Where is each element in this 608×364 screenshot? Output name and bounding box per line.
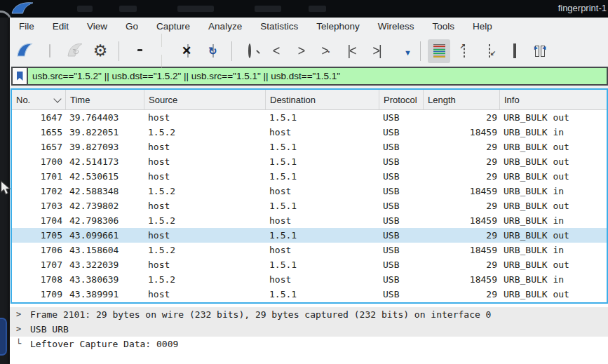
packet-list-body: 164739.764403host1.5.1USB29URB_BULK out1… — [12, 110, 607, 302]
packet-row-selected[interactable]: 170543.099661host1.5.1USB29URB_BULK out — [12, 228, 607, 243]
packet-row[interactable]: 165539.8220511.5.2hostUSB18459URB_BULK i… — [12, 125, 607, 140]
zoom-out-button[interactable]: ↙ — [478, 39, 501, 63]
find-packet-icon — [250, 45, 251, 58]
cell-no: 1708 — [12, 272, 66, 287]
cell-destination: 1.5.1 — [266, 154, 379, 169]
capture-options-button[interactable]: ⚙ — [89, 39, 112, 63]
packet-list-header: No.TimeSourceDestinationProtocolLengthIn… — [12, 90, 607, 110]
column-header-source[interactable]: Source — [144, 90, 266, 109]
cell-no: 1707 — [12, 257, 66, 272]
reload-file-button[interactable]: ↻ — [202, 39, 224, 63]
cell-time: 43.158604 — [66, 243, 144, 257]
expander-collapsed-icon[interactable]: > — [16, 307, 27, 322]
packet-row[interactable]: 170242.5883481.5.2hostUSB18459URB_BULK i… — [12, 184, 607, 198]
normal-size-button[interactable] — [504, 39, 526, 63]
menu-item-capture[interactable]: Capture — [156, 21, 190, 32]
display-filter-field: usb.src=="1.5.2" || usb.dst=="1.5.2" || … — [11, 67, 608, 86]
packet-row[interactable]: 170943.389991host1.5.1USB29URB_BULK out — [12, 287, 607, 302]
column-header-label: Info — [504, 95, 520, 105]
menu-item-wireless[interactable]: Wireless — [378, 21, 414, 32]
cell-length: 18459 — [424, 184, 500, 198]
column-header-destination[interactable]: Destination — [266, 90, 379, 109]
cell-length: 18459 — [424, 272, 500, 287]
packet-row[interactable]: 170342.739802host1.5.1USB29URB_BULK out — [12, 198, 607, 213]
menu-item-telephony[interactable]: Telephony — [316, 21, 360, 32]
close-file-button[interactable]: ✕ — [177, 39, 199, 63]
packet-row[interactable]: 170142.530615host1.5.1USB29URB_BULK out — [12, 169, 607, 184]
packet-row[interactable]: 164739.764403host1.5.1USB29URB_BULK out — [12, 110, 607, 125]
cell-length: 18459 — [424, 213, 500, 228]
cell-destination: host — [266, 272, 379, 287]
menu-item-edit[interactable]: Edit — [53, 21, 69, 32]
cell-time: 42.739802 — [66, 198, 144, 213]
cell-no: 1702 — [12, 184, 66, 198]
go-to-packet-button[interactable]: >· — [315, 39, 337, 63]
cell-time: 43.322039 — [66, 257, 144, 272]
cell-source: 1.5.2 — [144, 243, 266, 257]
display-filter-input[interactable]: usb.src=="1.5.2" || usb.dst=="1.5.2" || … — [28, 68, 607, 84]
expander-collapsed-icon[interactable]: > — [16, 322, 27, 337]
cell-no: 1703 — [12, 198, 66, 213]
go-forward-button[interactable]: > — [290, 39, 312, 63]
colorize-packets-icon — [433, 44, 445, 58]
detail-tree-row[interactable]: >Frame 2101: 29 bytes on wire (232 bits)… — [10, 307, 608, 322]
packet-row[interactable]: 170442.7983061.5.2hostUSB18459URB_BULK i… — [12, 213, 607, 228]
cell-destination: 1.5.1 — [266, 169, 379, 184]
toolbar-separator — [119, 41, 119, 61]
detail-tree-row[interactable]: >USB URB — [10, 322, 608, 337]
column-header-label: Protocol — [384, 95, 417, 105]
cell-source: 1.5.2 — [144, 184, 266, 198]
wireshark-logo-icon — [11, 1, 34, 14]
tree-branch-icon: └ — [16, 337, 27, 351]
cell-length: 29 — [424, 169, 500, 184]
resize-columns-button[interactable]: ▸◂ — [529, 39, 551, 63]
detail-row-text: USB URB — [27, 322, 69, 337]
open-file-button[interactable] — [126, 39, 149, 63]
column-header-protocol[interactable]: Protocol — [379, 90, 424, 109]
cell-destination: host — [266, 184, 379, 198]
restart-capture-button: ↻ — [64, 39, 86, 63]
column-header-no[interactable]: No. — [12, 90, 66, 109]
go-last-packet-button[interactable]: >| — [365, 39, 388, 63]
go-first-packet-button[interactable]: |< — [340, 39, 363, 63]
column-header-info[interactable]: Info — [500, 90, 607, 109]
packet-row[interactable]: 165739.827093host1.5.1USB29URB_BULK out — [12, 140, 607, 154]
cell-time: 39.764403 — [66, 110, 144, 125]
packet-details-pane: >Frame 2101: 29 bytes on wire (232 bits)… — [10, 304, 608, 364]
zoom-in-button[interactable]: ↗ — [453, 39, 475, 63]
auto-scroll-button[interactable]: ▼ — [391, 39, 413, 63]
column-header-length[interactable]: Length — [424, 90, 500, 109]
packet-row[interactable]: 170042.514173host1.5.1USB29URB_BULK out — [12, 154, 607, 169]
packet-row[interactable]: 170743.322039host1.5.1USB29URB_BULK out — [12, 257, 607, 272]
menu-item-help[interactable]: Help — [473, 21, 492, 32]
cell-time: 39.827093 — [66, 140, 144, 154]
menu-item-statistics[interactable]: Statistics — [260, 21, 298, 32]
colorize-packets-button[interactable] — [428, 39, 450, 63]
cell-no: 1706 — [12, 243, 66, 257]
menu-item-analyze[interactable]: Analyze — [208, 21, 242, 32]
detail-tree-row[interactable]: └Leftover Capture Data: 0009 — [10, 337, 608, 351]
menu-bar: FileEditViewGoCaptureAnalyzeStatisticsTe… — [10, 18, 608, 35]
go-back-button[interactable]: < — [264, 39, 287, 63]
cell-info: URB_BULK in — [500, 213, 607, 228]
cell-source: host — [144, 154, 266, 169]
menu-item-tools[interactable]: Tools — [432, 21, 454, 32]
cell-time: 43.380639 — [66, 272, 144, 287]
start-capture-button[interactable] — [13, 39, 36, 63]
menu-item-go[interactable]: Go — [126, 21, 138, 32]
cell-length: 29 — [424, 140, 500, 154]
menu-item-file[interactable]: File — [19, 21, 34, 32]
cell-protocol: USB — [379, 257, 424, 272]
find-packet-button[interactable] — [239, 39, 262, 63]
cell-destination: host — [266, 213, 379, 228]
cell-protocol: USB — [379, 228, 424, 243]
cell-destination: host — [266, 243, 379, 257]
packet-row[interactable]: 170843.3806391.5.2hostUSB18459URB_BULK i… — [12, 272, 607, 287]
packet-row[interactable]: 170643.1586041.5.2hostUSB18459URB_BULK i… — [12, 243, 607, 257]
menu-item-view[interactable]: View — [87, 21, 107, 32]
cell-length: 29 — [424, 287, 500, 302]
display-filter-text: usb.src=="1.5.2" || usb.dst=="1.5.2" || … — [32, 71, 340, 81]
filter-bookmark-button[interactable] — [13, 68, 28, 84]
cell-destination: 1.5.1 — [266, 228, 379, 243]
column-header-time[interactable]: Time — [66, 90, 144, 109]
